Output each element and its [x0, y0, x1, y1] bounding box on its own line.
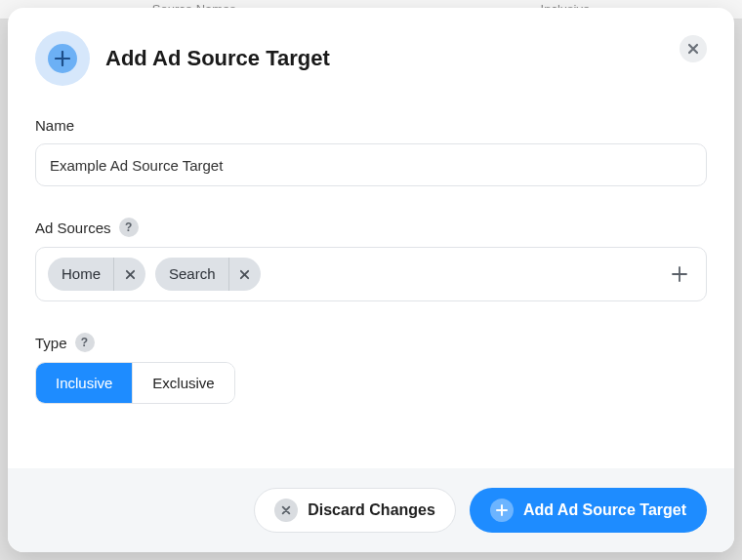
- add-ad-source-button[interactable]: [667, 261, 692, 287]
- close-button[interactable]: [680, 35, 707, 62]
- type-option-exclusive[interactable]: Exclusive: [133, 363, 233, 403]
- plus-circle-icon: [48, 44, 77, 73]
- chip-remove-button[interactable]: [114, 258, 145, 291]
- discard-changes-label: Discard Changes: [308, 501, 435, 519]
- add-ad-source-target-dialog: Add Ad Source Target Name Ad Sources ? H…: [8, 8, 734, 552]
- name-label: Name: [35, 117, 74, 134]
- ad-source-chip: Search: [155, 258, 261, 291]
- close-circle-icon: [274, 499, 298, 522]
- close-icon: [239, 269, 250, 280]
- dialog-title: Add Ad Source Target: [105, 46, 330, 71]
- name-input[interactable]: [35, 143, 707, 186]
- dialog-body: Add Ad Source Target Name Ad Sources ? H…: [8, 8, 734, 468]
- close-icon: [687, 43, 699, 55]
- dialog-footer: Discard Changes Add Ad Source Target: [8, 468, 734, 552]
- add-ad-source-target-label: Add Ad Source Target: [523, 501, 686, 519]
- ad-source-chip: Home: [48, 258, 145, 291]
- close-icon: [125, 269, 136, 280]
- ad-sources-label: Ad Sources: [35, 220, 111, 236]
- plus-icon: [671, 265, 688, 283]
- dialog-header-icon-wrap: [35, 31, 90, 86]
- type-segmented-control: Inclusive Exclusive: [35, 362, 235, 404]
- add-ad-source-target-button[interactable]: Add Ad Source Target: [470, 488, 707, 533]
- type-option-inclusive[interactable]: Inclusive: [36, 363, 133, 403]
- type-label: Type: [35, 335, 67, 351]
- ad-source-chip-label: Home: [48, 258, 114, 291]
- name-section: Name: [35, 117, 707, 186]
- type-section: Type ? Inclusive Exclusive: [35, 333, 707, 404]
- help-icon[interactable]: ?: [119, 218, 139, 237]
- help-icon[interactable]: ?: [75, 333, 95, 352]
- discard-changes-button[interactable]: Discard Changes: [254, 488, 456, 533]
- chip-remove-button[interactable]: [229, 258, 261, 291]
- ad-sources-input[interactable]: Home Search: [35, 247, 707, 301]
- plus-circle-icon: [490, 499, 514, 522]
- ad-sources-section: Ad Sources ? Home Search: [35, 218, 707, 301]
- dialog-header: Add Ad Source Target: [35, 31, 707, 86]
- ad-source-chip-label: Search: [155, 258, 229, 291]
